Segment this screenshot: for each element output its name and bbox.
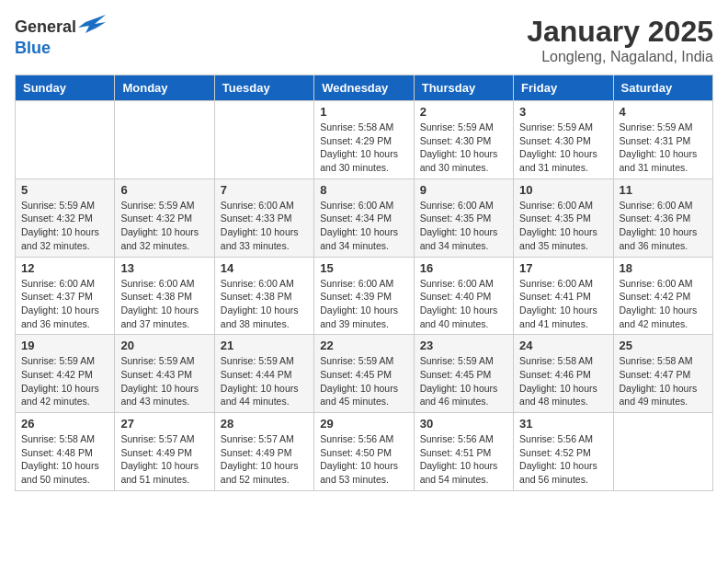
day-info: Sunrise: 5:59 AMSunset: 4:30 PMDaylight:… <box>420 121 507 175</box>
day-cell: 19Sunrise: 5:59 AMSunset: 4:42 PMDayligh… <box>16 335 115 413</box>
day-number: 27 <box>120 417 208 431</box>
day-cell: 23Sunrise: 5:59 AMSunset: 4:45 PMDayligh… <box>414 335 513 413</box>
day-number: 10 <box>519 183 607 197</box>
week-row-2: 5Sunrise: 5:59 AMSunset: 4:32 PMDaylight… <box>16 178 713 257</box>
day-number: 25 <box>620 339 707 352</box>
day-info: Sunrise: 6:00 AMSunset: 4:36 PMDaylight:… <box>620 199 707 253</box>
day-info: Sunrise: 5:56 AMSunset: 4:51 PMDaylight:… <box>420 432 507 487</box>
day-cell: 24Sunrise: 5:58 AMSunset: 4:46 PMDayligh… <box>514 335 613 413</box>
day-cell: 17Sunrise: 6:00 AMSunset: 4:41 PMDayligh… <box>514 257 613 335</box>
day-info: Sunrise: 6:00 AMSunset: 4:35 PMDaylight:… <box>519 199 607 253</box>
day-info: Sunrise: 5:57 AMSunset: 4:49 PMDaylight:… <box>221 432 308 487</box>
day-number: 1 <box>320 105 407 119</box>
day-info: Sunrise: 5:59 AMSunset: 4:45 PMDaylight:… <box>420 354 507 408</box>
day-number: 6 <box>120 183 208 197</box>
day-number: 21 <box>221 339 308 352</box>
day-info: Sunrise: 5:59 AMSunset: 4:32 PMDaylight:… <box>120 199 208 253</box>
page-header: General Blue January 2025 Longleng, Naga… <box>15 15 713 65</box>
day-number: 8 <box>320 183 407 197</box>
logo-blue: Blue <box>15 39 51 57</box>
day-info: Sunrise: 6:00 AMSunset: 4:33 PMDaylight:… <box>221 199 308 253</box>
day-info: Sunrise: 5:59 AMSunset: 4:43 PMDaylight:… <box>120 354 208 408</box>
day-info: Sunrise: 6:00 AMSunset: 4:40 PMDaylight:… <box>420 277 507 331</box>
day-header-wednesday: Wednesday <box>314 75 414 101</box>
day-info: Sunrise: 5:58 AMSunset: 4:48 PMDaylight:… <box>21 432 108 487</box>
logo-general: General <box>15 17 76 37</box>
day-cell: 28Sunrise: 5:57 AMSunset: 4:49 PMDayligh… <box>214 413 313 491</box>
day-info: Sunrise: 6:00 AMSunset: 4:37 PMDaylight:… <box>21 277 108 331</box>
day-info: Sunrise: 6:00 AMSunset: 4:34 PMDaylight:… <box>320 199 407 253</box>
day-number: 19 <box>21 339 108 352</box>
day-cell: 1Sunrise: 5:58 AMSunset: 4:29 PMDaylight… <box>314 101 414 179</box>
day-cell: 26Sunrise: 5:58 AMSunset: 4:48 PMDayligh… <box>16 413 115 491</box>
day-number: 11 <box>620 183 707 197</box>
day-number: 14 <box>221 261 308 275</box>
day-info: Sunrise: 5:56 AMSunset: 4:50 PMDaylight:… <box>320 432 407 487</box>
day-cell: 4Sunrise: 5:59 AMSunset: 4:31 PMDaylight… <box>613 101 712 179</box>
day-cell: 9Sunrise: 6:00 AMSunset: 4:35 PMDaylight… <box>414 178 513 257</box>
day-number: 16 <box>420 261 507 275</box>
day-cell: 30Sunrise: 5:56 AMSunset: 4:51 PMDayligh… <box>414 413 513 491</box>
day-cell: 12Sunrise: 6:00 AMSunset: 4:37 PMDayligh… <box>16 257 115 335</box>
day-cell: 29Sunrise: 5:56 AMSunset: 4:50 PMDayligh… <box>314 413 414 491</box>
day-number: 22 <box>320 339 407 352</box>
day-info: Sunrise: 6:00 AMSunset: 4:38 PMDaylight:… <box>221 277 308 331</box>
day-header-monday: Monday <box>115 75 214 101</box>
day-cell: 14Sunrise: 6:00 AMSunset: 4:38 PMDayligh… <box>214 257 313 335</box>
day-number: 28 <box>221 417 308 431</box>
day-info: Sunrise: 5:59 AMSunset: 4:31 PMDaylight:… <box>620 121 707 175</box>
day-info: Sunrise: 6:00 AMSunset: 4:41 PMDaylight:… <box>519 277 607 331</box>
calendar-table: SundayMondayTuesdayWednesdayThursdayFrid… <box>15 75 713 491</box>
day-cell: 31Sunrise: 5:56 AMSunset: 4:52 PMDayligh… <box>514 413 613 491</box>
day-cell: 27Sunrise: 5:57 AMSunset: 4:49 PMDayligh… <box>115 413 214 491</box>
day-info: Sunrise: 5:59 AMSunset: 4:45 PMDaylight:… <box>320 354 407 408</box>
day-header-sunday: Sunday <box>16 75 115 101</box>
day-cell: 3Sunrise: 5:59 AMSunset: 4:30 PMDaylight… <box>514 101 613 179</box>
day-number: 24 <box>519 339 607 352</box>
day-info: Sunrise: 5:58 AMSunset: 4:29 PMDaylight:… <box>320 121 407 175</box>
day-cell: 10Sunrise: 6:00 AMSunset: 4:35 PMDayligh… <box>514 178 613 257</box>
day-cell <box>115 101 214 179</box>
week-row-4: 19Sunrise: 5:59 AMSunset: 4:42 PMDayligh… <box>16 335 713 413</box>
day-number: 7 <box>221 183 308 197</box>
location-title: Longleng, Nagaland, India <box>527 49 713 65</box>
day-number: 29 <box>320 417 407 431</box>
svg-marker-0 <box>78 15 106 33</box>
day-number: 20 <box>120 339 208 352</box>
day-cell <box>214 101 313 179</box>
day-info: Sunrise: 5:57 AMSunset: 4:49 PMDaylight:… <box>120 432 208 487</box>
week-row-5: 26Sunrise: 5:58 AMSunset: 4:48 PMDayligh… <box>16 413 713 491</box>
day-info: Sunrise: 6:00 AMSunset: 4:38 PMDaylight:… <box>120 277 208 331</box>
week-row-1: 1Sunrise: 5:58 AMSunset: 4:29 PMDaylight… <box>16 101 713 179</box>
day-header-friday: Friday <box>514 75 613 101</box>
month-title: January 2025 <box>527 15 713 49</box>
day-info: Sunrise: 5:59 AMSunset: 4:44 PMDaylight:… <box>221 354 308 408</box>
day-cell: 2Sunrise: 5:59 AMSunset: 4:30 PMDaylight… <box>414 101 513 179</box>
day-header-thursday: Thursday <box>414 75 513 101</box>
day-number: 2 <box>420 105 507 119</box>
day-cell: 18Sunrise: 6:00 AMSunset: 4:42 PMDayligh… <box>613 257 712 335</box>
week-row-3: 12Sunrise: 6:00 AMSunset: 4:37 PMDayligh… <box>16 257 713 335</box>
logo-bird-icon <box>78 15 106 39</box>
day-cell: 13Sunrise: 6:00 AMSunset: 4:38 PMDayligh… <box>115 257 214 335</box>
day-cell <box>16 101 115 179</box>
day-number: 18 <box>620 261 707 275</box>
day-cell: 7Sunrise: 6:00 AMSunset: 4:33 PMDaylight… <box>214 178 313 257</box>
day-cell: 5Sunrise: 5:59 AMSunset: 4:32 PMDaylight… <box>16 178 115 257</box>
day-cell: 16Sunrise: 6:00 AMSunset: 4:40 PMDayligh… <box>414 257 513 335</box>
day-number: 13 <box>120 261 208 275</box>
title-section: January 2025 Longleng, Nagaland, India <box>527 15 713 65</box>
day-cell: 22Sunrise: 5:59 AMSunset: 4:45 PMDayligh… <box>314 335 414 413</box>
day-number: 15 <box>320 261 407 275</box>
day-cell: 8Sunrise: 6:00 AMSunset: 4:34 PMDaylight… <box>314 178 414 257</box>
day-number: 26 <box>21 417 108 431</box>
day-cell: 15Sunrise: 6:00 AMSunset: 4:39 PMDayligh… <box>314 257 414 335</box>
day-cell: 21Sunrise: 5:59 AMSunset: 4:44 PMDayligh… <box>214 335 313 413</box>
day-info: Sunrise: 6:00 AMSunset: 4:42 PMDaylight:… <box>620 277 707 331</box>
day-header-tuesday: Tuesday <box>214 75 313 101</box>
day-number: 5 <box>21 183 108 197</box>
day-cell <box>613 413 712 491</box>
day-number: 23 <box>420 339 507 352</box>
calendar-header-row: SundayMondayTuesdayWednesdayThursdayFrid… <box>16 75 713 101</box>
day-cell: 20Sunrise: 5:59 AMSunset: 4:43 PMDayligh… <box>115 335 214 413</box>
